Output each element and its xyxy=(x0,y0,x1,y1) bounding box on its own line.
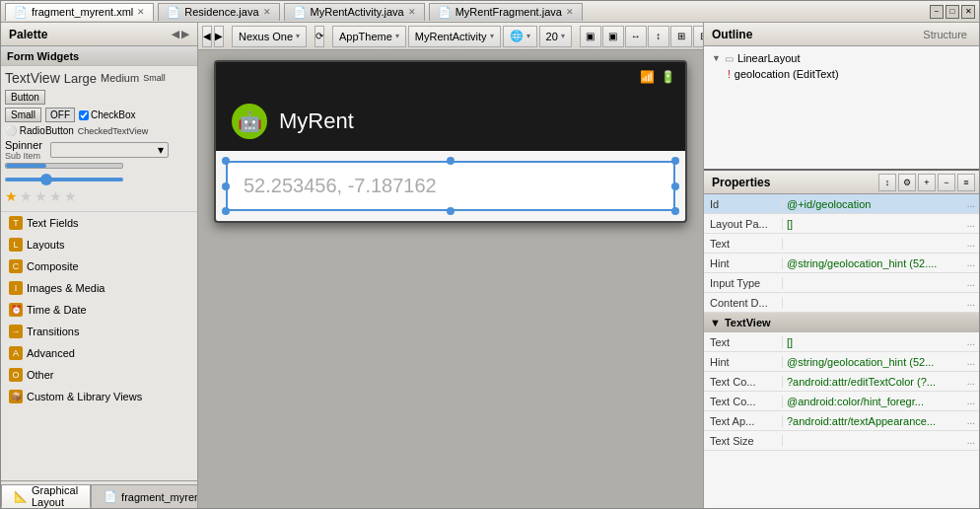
prop-row-text-size[interactable]: Text Size ... xyxy=(704,431,979,451)
close-button[interactable]: ✕ xyxy=(961,5,975,19)
section-transitions[interactable]: → Transitions xyxy=(1,321,197,342)
prop-row-text[interactable]: Text ... xyxy=(704,234,979,254)
graphical-layout-tab[interactable]: 📐 Graphical Layout xyxy=(1,484,91,508)
off-toggle-widget[interactable]: OFF xyxy=(45,108,75,122)
tv-hint-dots[interactable]: ... xyxy=(967,356,975,367)
textview-medium-lbl[interactable]: Large xyxy=(64,71,97,86)
tab-myrent-fragment[interactable]: 📄 MyRentFragment.java ✕ xyxy=(429,3,583,21)
tv-text-dots[interactable]: ... xyxy=(967,336,975,347)
edit-text-field[interactable]: 52.253456, -7.187162 xyxy=(226,161,675,211)
expand-button[interactable]: + xyxy=(918,174,936,191)
layout-btn-4[interactable]: ↕ xyxy=(648,26,669,47)
spinner-text[interactable]: Spinner xyxy=(5,139,42,151)
input-type-dots[interactable]: ... xyxy=(967,277,975,288)
rating-row: ★ ★ ★ ★ ★ xyxy=(5,188,193,204)
tab-myrent-activity[interactable]: 📄 MyRentActivity.java ✕ xyxy=(284,3,425,21)
radio-button-widget[interactable]: ⚪ RadioButton xyxy=(5,125,74,136)
section-custom-library[interactable]: 📦 Custom & Library Views xyxy=(1,386,197,407)
prop-row-content[interactable]: Content D... ... xyxy=(704,293,979,313)
tab-close[interactable]: ✕ xyxy=(263,7,271,17)
prop-value-text-co1: ?android:attr/editTextColor (?... ... xyxy=(783,376,979,388)
filter-button[interactable]: ⚙ xyxy=(898,174,916,191)
layout-btn-3[interactable]: ↔ xyxy=(625,26,647,47)
device-label: Nexus One xyxy=(239,31,293,42)
palette-left-arrow[interactable]: ◀ xyxy=(172,29,179,39)
prop-row-tv-text[interactable]: Text [] ... xyxy=(704,332,979,352)
hint-dots[interactable]: ... xyxy=(967,257,975,268)
seek-bar-widget[interactable] xyxy=(5,178,123,182)
layout-btn-6[interactable]: ⊟ xyxy=(693,26,703,47)
locale-selector[interactable]: 🌐 ▾ xyxy=(503,26,537,47)
nav-back-button[interactable]: ◀ xyxy=(202,26,212,47)
text-ap-dots[interactable]: ... xyxy=(967,415,975,426)
view-button[interactable]: ≡ xyxy=(957,174,975,191)
textview-section-header[interactable]: ▼ TextView xyxy=(704,313,979,332)
prop-row-text-co2[interactable]: Text Co... @android:color/hint_foregr...… xyxy=(704,392,979,411)
canvas-scroll[interactable]: 📶 🔋 🤖 MyRent 52.253456, -7.187162 xyxy=(198,50,703,508)
prop-row-hint[interactable]: Hint @string/geolocation_hint (52.... ..… xyxy=(704,254,979,273)
tab-close[interactable]: ✕ xyxy=(566,7,574,17)
tab-close[interactable]: ✕ xyxy=(408,7,416,17)
tab-close[interactable]: ✕ xyxy=(137,7,145,17)
tab-residence[interactable]: 📄 Residence.java ✕ xyxy=(158,3,279,21)
spinner-control[interactable]: ▾ xyxy=(50,142,169,158)
prop-name-hint: Hint xyxy=(704,257,783,269)
nav-forward-button[interactable]: ▶ xyxy=(214,26,224,47)
layout-btn-2[interactable]: ▣ xyxy=(602,26,624,47)
checked-text-widget[interactable]: CheckedTextView xyxy=(78,126,148,136)
id-dots[interactable]: ... xyxy=(967,198,975,209)
section-other[interactable]: O Other xyxy=(1,364,197,386)
graphical-layout-label: Graphical Layout xyxy=(32,484,78,508)
layout-btn-5[interactable]: ⊞ xyxy=(670,26,692,47)
prop-name-tv-text: Text xyxy=(704,336,783,348)
minimize-button[interactable]: − xyxy=(930,5,944,19)
section-images-media[interactable]: I Images & Media xyxy=(1,277,197,299)
rotate-button[interactable]: ⟳ xyxy=(315,26,324,47)
tree-children: ! geolocation (EditText) xyxy=(712,66,971,82)
xml-tab[interactable]: 📄 fragment_myrent.xml xyxy=(91,484,198,508)
maximize-button[interactable]: □ xyxy=(945,5,959,19)
rating-bar-widget[interactable]: ★ ★ ★ ★ ★ xyxy=(5,188,77,204)
prop-row-tv-hint[interactable]: Hint @string/geolocation_hint (52... ... xyxy=(704,352,979,372)
custom-icon: 📦 xyxy=(9,390,23,403)
sort-button[interactable]: ↕ xyxy=(878,174,896,191)
prop-row-id[interactable]: Id @+id/geolocation ... xyxy=(704,194,979,214)
activity-selector[interactable]: MyRentActivity ▾ xyxy=(408,26,501,47)
section-advanced[interactable]: A Advanced xyxy=(1,342,197,364)
api-selector[interactable]: 20 ▾ xyxy=(539,26,572,47)
content-dots[interactable]: ... xyxy=(967,297,975,308)
text-size-dots[interactable]: ... xyxy=(967,435,975,446)
layout-btn-1[interactable]: ▣ xyxy=(580,26,601,47)
textview-small[interactable]: Small xyxy=(143,73,166,83)
form-widgets-header[interactable]: Form Widgets xyxy=(1,46,197,66)
text-co2-dots[interactable]: ... xyxy=(967,396,975,406)
layout-dots[interactable]: ... xyxy=(967,218,975,229)
images-label: Images & Media xyxy=(27,282,105,294)
prop-row-input-type[interactable]: Input Type ... xyxy=(704,273,979,293)
theme-selector[interactable]: AppTheme ▾ xyxy=(332,26,406,47)
section-layouts[interactable]: L Layouts xyxy=(1,234,197,255)
prop-row-layout[interactable]: Layout Pa... [] ... xyxy=(704,214,979,234)
palette-right-arrow[interactable]: ▶ xyxy=(181,29,189,39)
prop-row-text-ap[interactable]: Text Ap... ?android:attr/textAppearance.… xyxy=(704,411,979,431)
prop-name-text-co2: Text Co... xyxy=(704,396,783,407)
button-widget[interactable]: Button xyxy=(5,90,45,105)
section-time-date[interactable]: ⏰ Time & Date xyxy=(1,299,197,321)
tree-expand-icon[interactable]: ▼ xyxy=(712,53,721,63)
tree-geolocation[interactable]: ! geolocation (EditText) xyxy=(728,66,971,82)
tab-fragment-xml[interactable]: 📄 fragment_myrent.xml ✕ xyxy=(5,3,154,21)
textview-large[interactable]: TextView xyxy=(5,70,60,86)
checkbox-widget[interactable]: CheckBox xyxy=(79,109,136,120)
prop-row-text-co1[interactable]: Text Co... ?android:attr/editTextColor (… xyxy=(704,372,979,392)
small-button-widget[interactable]: Small xyxy=(5,108,41,122)
tree-linear-layout[interactable]: ▼ ▭ LinearLayout xyxy=(712,50,971,66)
text-co1-dots[interactable]: ... xyxy=(967,376,975,387)
section-composite[interactable]: C Composite xyxy=(1,255,197,277)
device-selector[interactable]: Nexus One ▾ xyxy=(232,26,307,47)
checkbox-input[interactable] xyxy=(79,110,89,120)
textview-medium[interactable]: Medium xyxy=(101,72,139,84)
text-dots[interactable]: ... xyxy=(967,238,975,249)
collapse-button[interactable]: − xyxy=(938,174,955,191)
section-text-fields[interactable]: T Text Fields xyxy=(1,212,197,234)
text-fields-label: Text Fields xyxy=(27,217,79,229)
